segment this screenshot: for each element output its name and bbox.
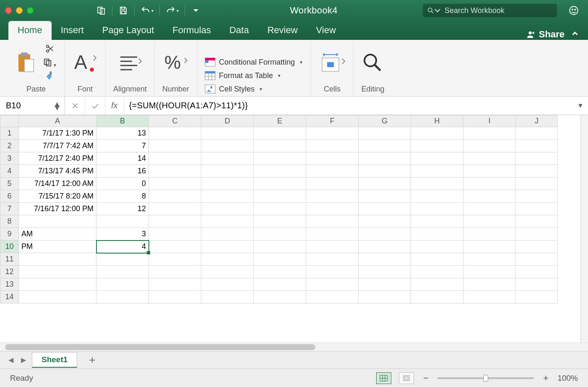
cell[interactable] [201,165,254,178]
cell[interactable] [516,241,558,253]
cell[interactable] [254,266,306,278]
cell[interactable] [96,278,149,291]
share-button[interactable]: Share [526,29,565,40]
cell[interactable] [516,152,558,165]
cell[interactable] [149,203,201,215]
normal-view-button[interactable] [376,372,391,384]
cell[interactable] [201,266,254,278]
cell[interactable] [463,215,516,228]
cell[interactable]: 7/12/17 2:40 PM [19,152,96,165]
cell[interactable] [463,266,516,278]
cell[interactable] [359,291,411,303]
cell[interactable] [254,291,306,303]
cell[interactable] [411,215,463,228]
cell[interactable] [254,228,306,241]
cell[interactable] [201,215,254,228]
cell[interactable] [463,152,516,165]
cell[interactable] [359,241,411,253]
cell[interactable] [306,253,359,266]
cell[interactable] [306,127,359,140]
cell[interactable]: 0 [96,178,149,190]
cell[interactable] [96,253,149,266]
cell[interactable] [359,266,411,278]
cell[interactable] [411,291,463,303]
tab-formulas[interactable]: Formulas [163,21,220,40]
conditional-formatting-button[interactable]: Conditional Formatting▼ [205,58,303,67]
cell[interactable]: AM [19,228,96,241]
column-header[interactable]: J [516,115,558,127]
cell[interactable] [463,165,516,178]
column-header[interactable]: I [463,115,516,127]
cell[interactable] [254,127,306,140]
cell[interactable] [359,152,411,165]
cell[interactable]: 4 [96,241,149,253]
cell[interactable] [254,165,306,178]
fill-handle[interactable] [147,251,150,254]
cell[interactable] [306,165,359,178]
sheet-nav-prev-button[interactable]: ◀ [7,354,15,366]
format-painter-button[interactable] [45,71,55,82]
sheet-nav-next-button[interactable]: ▶ [19,354,28,366]
tab-data[interactable]: Data [220,21,258,40]
cell[interactable] [359,215,411,228]
paste-button[interactable] [15,51,35,75]
cell[interactable] [254,241,306,253]
tab-home[interactable]: Home [8,21,52,40]
cell[interactable] [96,291,149,303]
enter-formula-button[interactable] [85,97,105,115]
cell[interactable] [359,140,411,152]
cell[interactable] [201,291,254,303]
cell[interactable] [359,203,411,215]
cell[interactable] [516,278,558,291]
tab-review[interactable]: Review [258,21,307,40]
close-window-button[interactable] [5,7,12,14]
cell[interactable]: 8 [96,190,149,203]
row-header[interactable]: 12 [0,266,19,278]
format-as-table-button[interactable]: Format as Table▼ [205,71,303,80]
number-group[interactable]: % Number [155,42,197,96]
row-header[interactable]: 9 [0,228,19,241]
cell[interactable] [149,228,201,241]
column-header[interactable]: F [306,115,359,127]
cell[interactable] [463,241,516,253]
cell[interactable] [149,266,201,278]
cell[interactable]: 7/14/17 12:00 AM [19,178,96,190]
cell[interactable] [463,291,516,303]
cell[interactable] [254,190,306,203]
minimize-window-button[interactable] [16,7,23,14]
qat-customize-icon[interactable] [191,5,201,16]
cell[interactable] [463,203,516,215]
cell[interactable] [411,178,463,190]
cell[interactable] [149,190,201,203]
cell[interactable] [516,215,558,228]
horizontal-scrollbar[interactable] [0,343,588,351]
cell[interactable] [254,152,306,165]
cell[interactable] [306,215,359,228]
cell[interactable] [359,190,411,203]
cell[interactable]: 3 [96,228,149,241]
sheet-tab[interactable]: Sheet1 [32,352,77,368]
cell[interactable] [306,203,359,215]
cell[interactable] [516,291,558,303]
cell[interactable] [254,140,306,152]
row-header[interactable]: 7 [0,203,19,215]
cell[interactable] [149,165,201,178]
row-header[interactable]: 1 [0,127,19,140]
cell[interactable] [463,228,516,241]
cell[interactable] [411,253,463,266]
column-header[interactable]: D [201,115,254,127]
cell[interactable] [201,140,254,152]
cell[interactable] [201,203,254,215]
cell[interactable] [463,278,516,291]
cell[interactable] [149,241,201,253]
cell[interactable] [359,253,411,266]
cell[interactable]: 14 [96,152,149,165]
cell[interactable] [306,190,359,203]
cell[interactable] [359,178,411,190]
cell[interactable] [306,228,359,241]
cell[interactable] [19,266,96,278]
cell[interactable] [96,215,149,228]
cell[interactable] [411,278,463,291]
select-all-corner[interactable] [0,115,19,127]
cell[interactable] [411,140,463,152]
